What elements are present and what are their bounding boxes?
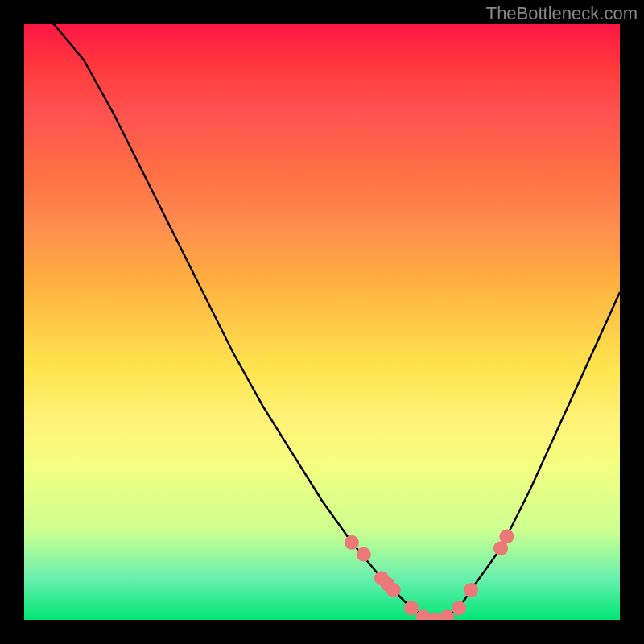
- curve-marker: [404, 601, 419, 615]
- curve-marker: [357, 547, 371, 562]
- curve-marker: [345, 535, 359, 550]
- curve-markers: [345, 529, 514, 620]
- curve-marker: [499, 529, 514, 543]
- curve-marker: [386, 583, 401, 597]
- bottleneck-curve: [24, 24, 620, 620]
- chart-svg: [24, 24, 620, 620]
- curve-marker: [440, 609, 454, 620]
- watermark-text: TheBottleneck.com: [486, 3, 638, 24]
- curve-marker: [452, 601, 466, 615]
- curve-marker: [464, 583, 478, 597]
